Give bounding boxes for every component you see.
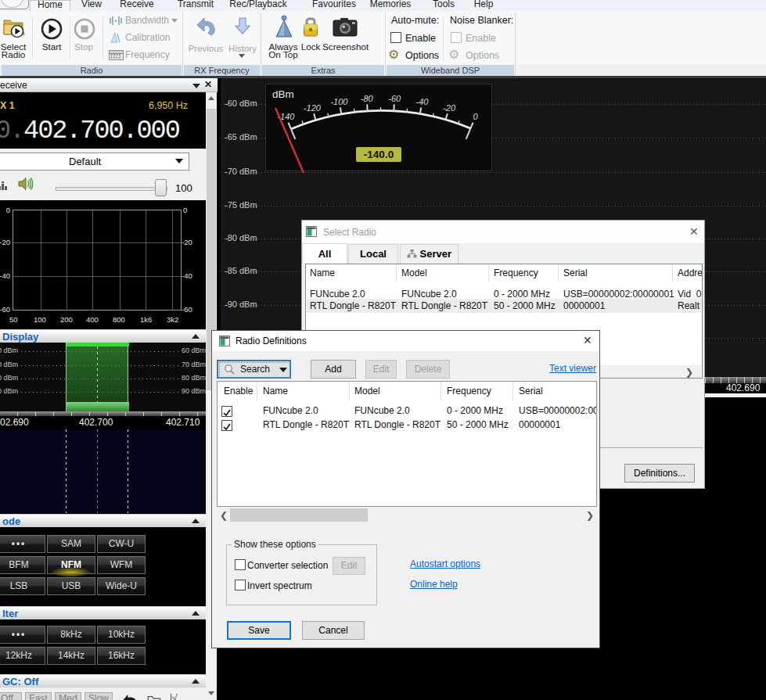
svg-text:-20: -20	[443, 103, 456, 113]
svg-text:-100: -100	[330, 97, 348, 106]
svg-text:0: 0	[473, 112, 479, 121]
svg-text:dBm: dBm	[272, 88, 294, 100]
svg-text:-80: -80	[361, 94, 374, 103]
svg-text:-60: -60	[388, 94, 401, 103]
svg-text:-40: -40	[416, 97, 430, 106]
